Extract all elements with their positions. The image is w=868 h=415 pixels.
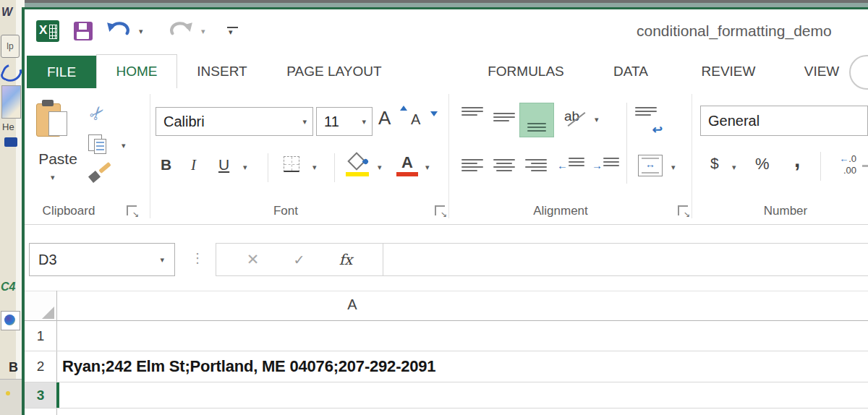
excel-window: W lp He C4 B conditional_formatting_demo… xyxy=(0,0,868,415)
underline-dropdown-icon[interactable] xyxy=(243,163,247,171)
underline-button[interactable]: U xyxy=(218,156,229,174)
customize-qat-icon[interactable] xyxy=(227,26,238,38)
comma-style-button[interactable]: , xyxy=(794,147,800,172)
left-arrow-icon: ← xyxy=(557,159,568,171)
format-painter-button[interactable] xyxy=(88,163,114,185)
formula-controls: fx xyxy=(216,243,383,276)
fill-color-dropdown-icon[interactable] xyxy=(378,163,382,171)
wrap-text-button[interactable]: ↩ xyxy=(635,107,661,134)
tab-review[interactable]: REVIEW xyxy=(702,64,756,80)
redo-dropdown-icon[interactable] xyxy=(201,27,205,35)
borders-dropdown-icon[interactable] xyxy=(312,163,317,171)
cell-reference: D3 xyxy=(38,252,57,268)
name-box-dropdown-icon[interactable] xyxy=(160,256,164,264)
font-name-dropdown-icon[interactable] xyxy=(302,118,307,126)
paste-label[interactable]: Paste xyxy=(32,150,84,168)
indent-lines-icon xyxy=(603,158,619,166)
name-box[interactable]: D3 xyxy=(29,243,175,276)
font-size-combo[interactable]: 11 xyxy=(316,107,373,136)
row-header-1[interactable]: 1 xyxy=(25,322,56,351)
redo-button[interactable] xyxy=(168,22,194,40)
group-separator xyxy=(692,94,692,218)
undo-dropdown-icon[interactable] xyxy=(139,27,143,35)
merge-center-dropdown-icon[interactable] xyxy=(671,163,676,171)
excel-logo-grid xyxy=(49,25,57,39)
top-align-button[interactable] xyxy=(461,107,483,116)
wrap-arrow-icon: ↩ xyxy=(652,122,663,137)
fill-color-button[interactable] xyxy=(346,152,370,176)
formula-input[interactable] xyxy=(383,243,868,276)
tab-data[interactable]: DATA xyxy=(613,64,648,80)
currency-button[interactable]: $ xyxy=(710,155,719,172)
tab-view[interactable]: VIEW xyxy=(804,64,840,80)
number-format-value: General xyxy=(708,113,760,129)
tab-home[interactable]: HOME xyxy=(96,54,177,88)
tab-file[interactable]: FILE xyxy=(27,56,96,88)
save-button[interactable] xyxy=(74,22,93,40)
undo-button[interactable] xyxy=(106,22,132,40)
align-right-button[interactable] xyxy=(525,159,547,171)
group-separator xyxy=(150,94,150,218)
shrink-font-letter: A xyxy=(411,111,420,127)
font-size-dropdown-icon[interactable] xyxy=(362,118,366,126)
copy-dropdown-icon[interactable] xyxy=(122,142,126,150)
borders-button[interactable] xyxy=(284,156,299,172)
background-app-icon xyxy=(1,311,20,330)
currency-dropdown-icon[interactable] xyxy=(732,163,736,171)
background-text-fragment: C4 xyxy=(1,281,15,294)
alignment-dialog-launcher-icon[interactable] xyxy=(678,205,688,215)
paste-dropdown-icon[interactable] xyxy=(51,174,55,181)
enter-check-icon[interactable] xyxy=(293,252,305,268)
orientation-dropdown-icon[interactable] xyxy=(595,116,599,124)
separator xyxy=(626,103,627,184)
bottom-align-icon xyxy=(527,123,546,132)
font-name-combo[interactable]: Calibri xyxy=(156,107,313,136)
paintbrush-head xyxy=(88,171,101,183)
tab-page-layout[interactable]: PAGE LAYOUT xyxy=(286,64,381,80)
row-header-3[interactable]: 3 xyxy=(25,382,56,408)
middle-align-button[interactable] xyxy=(493,113,515,121)
font-group-label: Font xyxy=(250,204,322,218)
cell-A2[interactable]: Ryan;242 Elm St;Portland, ME 04076;207-2… xyxy=(57,352,868,381)
cell-A3[interactable] xyxy=(57,382,868,408)
cell-A1[interactable] xyxy=(57,322,868,351)
insert-function-button[interactable]: fx xyxy=(339,251,353,268)
tab-insert[interactable]: INSERT xyxy=(197,64,247,80)
number-format-combo[interactable]: General xyxy=(700,106,868,136)
font-color-button[interactable]: A xyxy=(398,153,417,176)
paste-button[interactable] xyxy=(36,100,68,137)
bold-button[interactable]: B xyxy=(161,156,171,174)
decimal-arrow-icon: ← xyxy=(839,153,848,164)
align-center-button[interactable] xyxy=(493,159,515,171)
percent-button[interactable]: % xyxy=(755,155,770,174)
font-name-value: Calibri xyxy=(163,114,205,130)
clipboard-clip xyxy=(42,100,54,106)
gridline xyxy=(25,408,868,408)
excel-logo-icon[interactable] xyxy=(36,20,59,42)
separator xyxy=(334,153,335,182)
background-blue-icon xyxy=(4,137,17,147)
column-header-A[interactable]: A xyxy=(331,296,374,313)
increase-indent-button[interactable]: → xyxy=(593,158,619,174)
increase-decimal-button[interactable]: ←.0 .00 xyxy=(829,153,856,177)
cancel-x-icon[interactable] xyxy=(247,251,260,268)
shrink-font-button[interactable]: A xyxy=(411,111,433,133)
orientation-button[interactable]: ab xyxy=(564,108,589,130)
grow-font-button[interactable]: A xyxy=(378,107,403,133)
tab-formulas[interactable]: FORMULAS xyxy=(488,64,564,80)
formula-bar-resize-dots[interactable]: ⋮ xyxy=(191,250,204,266)
italic-button[interactable]: I xyxy=(191,156,196,174)
decimal-bottom: .00 xyxy=(843,165,856,176)
font-dialog-launcher-icon[interactable] xyxy=(435,205,445,215)
align-left-button[interactable] xyxy=(461,159,483,171)
decimal-top: .0 xyxy=(848,153,856,164)
row-header-2[interactable]: 2 xyxy=(25,352,56,381)
group-separator xyxy=(448,94,449,218)
copy-button[interactable] xyxy=(88,134,117,155)
bottom-align-button-selected[interactable] xyxy=(519,103,554,137)
font-color-dropdown-icon[interactable] xyxy=(425,163,430,171)
clipboard-dialog-launcher-icon[interactable] xyxy=(127,205,137,215)
decrease-indent-button[interactable]: ← xyxy=(558,158,584,174)
merge-center-button[interactable]: ↔ xyxy=(638,155,663,176)
window-title: conditional_formatting_demo xyxy=(637,22,868,40)
